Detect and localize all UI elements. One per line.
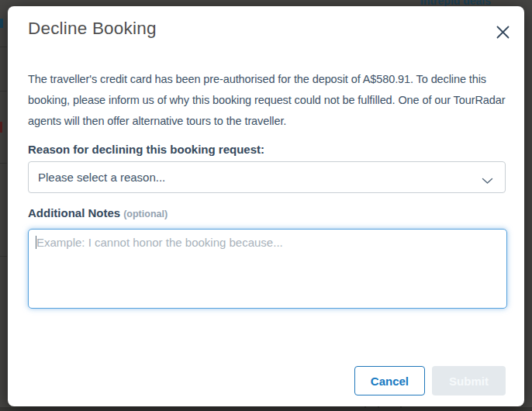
- notes-textarea[interactable]: [28, 229, 507, 309]
- modal-title: Decline Booking: [28, 19, 157, 39]
- background-page-hint: [0, 47, 7, 47]
- background-page-hint: [0, 122, 2, 133]
- cancel-button[interactable]: Cancel: [354, 366, 425, 395]
- background-page-hint: [0, 91, 7, 92]
- notes-label: Additional Notes: [28, 206, 120, 219]
- text-caret: [36, 236, 36, 249]
- close-icon: [496, 26, 510, 39]
- close-button[interactable]: [492, 22, 513, 42]
- reason-select-wrap: Please select a reason...: [28, 161, 506, 193]
- reason-label: Reason for declining this booking reques…: [28, 143, 264, 156]
- notes-label-row: Additional Notes(optional): [28, 206, 168, 219]
- background-page-hint: [0, 407, 532, 411]
- screen: Intrepid deals Decline Booking The trave…: [0, 0, 532, 411]
- modal-footer: Cancel Submit: [354, 366, 506, 395]
- background-page-hint: [0, 19, 3, 28]
- submit-button[interactable]: Submit: [432, 366, 506, 395]
- background-page-hint: [0, 256, 7, 257]
- background-page-hint: [0, 163, 7, 164]
- notes-optional-hint: (optional): [123, 209, 168, 219]
- reason-select[interactable]: Please select a reason...: [28, 161, 506, 193]
- modal-description: The traveller's credit card has been pre…: [28, 69, 520, 132]
- decline-booking-modal: Decline Booking The traveller's credit c…: [8, 6, 524, 406]
- notes-textarea-wrap: [28, 229, 507, 309]
